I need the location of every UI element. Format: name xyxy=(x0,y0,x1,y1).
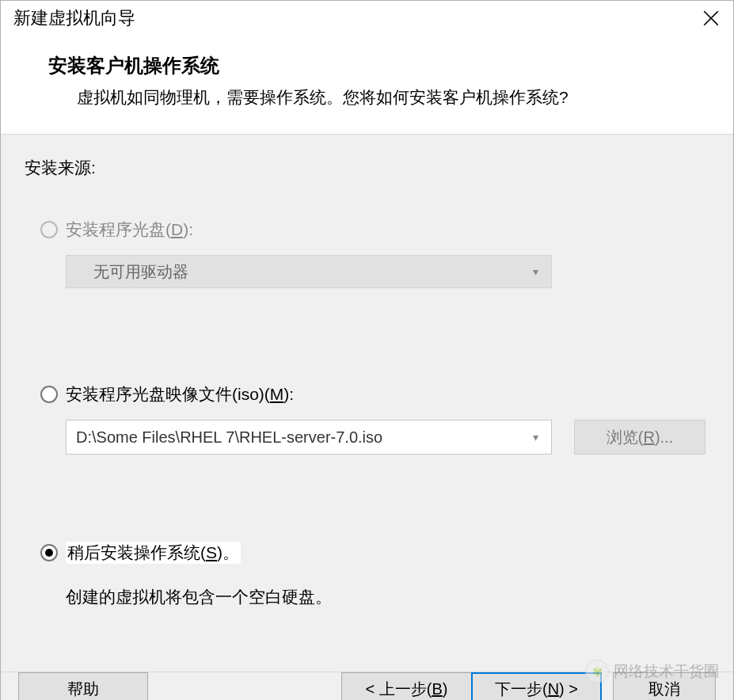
wizard-footer: 帮助 < 上一步(B) 下一步(N) > 取消 xyxy=(1,672,733,700)
radio-dot-icon xyxy=(45,549,53,557)
next-button[interactable]: 下一步(N) > xyxy=(471,672,602,700)
radio-icon xyxy=(40,386,58,403)
close-button[interactable] xyxy=(694,1,728,36)
radio-label-iso: 安装程序光盘映像文件(iso)(M): xyxy=(66,383,294,405)
radio-label-disc: 安装程序光盘(D): xyxy=(66,219,193,241)
back-button[interactable]: < 上一步(B) xyxy=(341,672,471,700)
option-iso-image: 安装程序光盘映像文件(iso)(M): D:\Some Files\RHEL 7… xyxy=(40,383,709,455)
cancel-button[interactable]: 取消 xyxy=(613,672,716,700)
titlebar: 新建虚拟机向导 xyxy=(1,1,733,36)
iso-path-value: D:\Some Files\RHEL 7\RHEL-server-7.0.iso xyxy=(76,428,382,447)
later-description: 创建的虚拟机将包含一个空白硬盘。 xyxy=(66,586,709,608)
disc-dropdown-value: 无可用驱动器 xyxy=(93,261,188,283)
option-installer-disc: 安装程序光盘(D): 无可用驱动器 ▾ xyxy=(40,219,709,288)
radio-label-later: 稍后安装操作系统(S)。 xyxy=(66,542,241,564)
iso-path-row: D:\Some Files\RHEL 7\RHEL-server-7.0.iso… xyxy=(66,420,709,455)
install-source-radio-group: 安装程序光盘(D): 无可用驱动器 ▾ 安装程序光盘映像文件(iso)(M): xyxy=(40,219,709,608)
install-source-label: 安装来源: xyxy=(25,157,709,179)
radio-icon xyxy=(40,221,58,238)
window-title: 新建虚拟机向导 xyxy=(13,6,135,30)
radio-row-disc[interactable]: 安装程序光盘(D): xyxy=(40,219,709,241)
wizard-header: 安装客户机操作系统 虚拟机如同物理机，需要操作系统。您将如何安装客户机操作系统? xyxy=(1,36,733,135)
close-icon xyxy=(703,10,719,26)
wizard-content: 安装来源: 安装程序光盘(D): 无可用驱动器 ▾ xyxy=(1,135,733,672)
help-button[interactable]: 帮助 xyxy=(18,672,148,700)
browse-button: 浏览(R)... xyxy=(574,420,705,455)
iso-path-combobox[interactable]: D:\Some Files\RHEL 7\RHEL-server-7.0.iso… xyxy=(66,420,552,455)
radio-icon xyxy=(40,544,58,561)
header-description: 虚拟机如同物理机，需要操作系统。您将如何安装客户机操作系统? xyxy=(48,86,733,108)
radio-row-iso[interactable]: 安装程序光盘映像文件(iso)(M): xyxy=(40,383,709,405)
option-install-later: 稍后安装操作系统(S)。 创建的虚拟机将包含一个空白硬盘。 xyxy=(40,542,709,608)
wizard-window: 新建虚拟机向导 安装客户机操作系统 虚拟机如同物理机，需要操作系统。您将如何安装… xyxy=(0,0,734,700)
disc-drive-dropdown: 无可用驱动器 ▾ xyxy=(66,255,552,288)
chevron-down-icon: ▾ xyxy=(533,431,538,443)
radio-row-later[interactable]: 稍后安装操作系统(S)。 xyxy=(40,542,709,564)
header-title: 安装客户机操作系统 xyxy=(48,53,733,78)
disc-dropdown-wrap: 无可用驱动器 ▾ xyxy=(66,255,709,288)
chevron-down-icon: ▾ xyxy=(533,265,538,278)
